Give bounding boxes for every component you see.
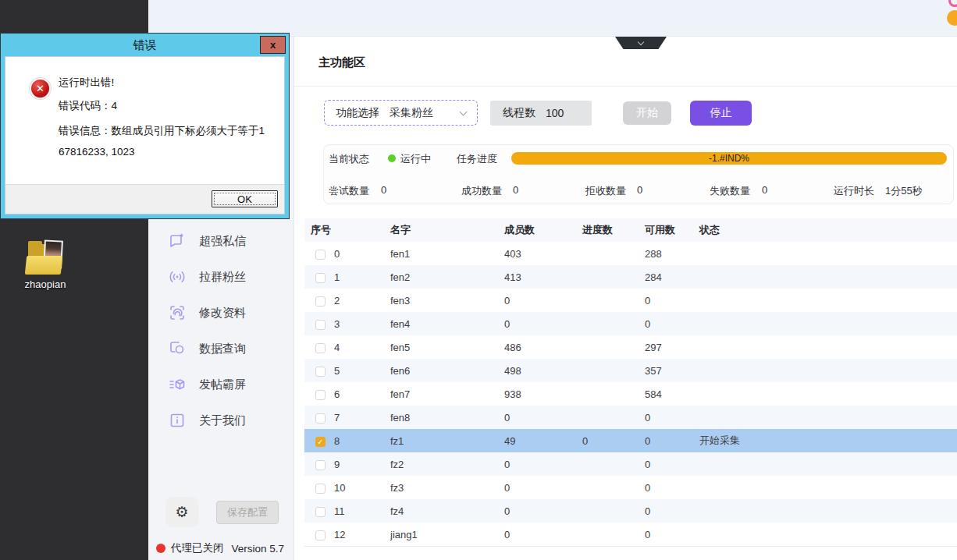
row-checkbox[interactable] [315,273,326,283]
counter-value: 1分55秒 [885,184,923,198]
row-checkbox[interactable]: ✓ [315,437,326,447]
main-panel: 主功能区 功能选择 采集粉丝 线程数 100 开始 停止 当前状态 运行中 任务… [294,37,957,560]
row-checkbox[interactable] [315,250,326,260]
row-checkbox[interactable] [315,484,326,494]
table-row[interactable]: 2 fen3 0 0 [304,289,957,312]
task-progress-bar: -1.#IND% [511,152,947,165]
error-message-line2: 错误代码：4 [59,99,117,113]
chevron-down-icon [638,38,644,44]
cell-available: 584 [645,388,699,400]
cell-available: 0 [645,505,699,517]
close-icon[interactable]: x [260,36,286,54]
thread-count-label: 线程数 [503,106,535,120]
col-header-progress: 进度数 [582,223,645,237]
cell-available: 0 [645,459,699,470]
error-message-line3: 错误信息：数组成员引用下标必须大于等于1 [59,124,265,138]
sidebar-item-label: 拉群粉丝 [199,270,246,285]
cell-members: 938 [504,388,582,400]
cell-name: fen6 [390,365,504,377]
counter-label: 运行时长 [834,184,874,198]
sidebar-item-about-us[interactable]: 关于我们 [148,409,294,432]
start-button[interactable]: 开始 [623,101,671,125]
version-text: Version 5.7 [232,543,285,555]
section-title: 主功能区 [318,55,365,70]
table-row[interactable]: 11 fz4 0 0 [304,499,957,523]
table-row[interactable]: 12 jiang1 0 0 [304,523,957,546]
save-config-button[interactable]: 保存配置 [216,501,279,524]
table-row[interactable]: 1 fen2 413 284 [304,265,957,289]
cell-name: fen4 [390,318,504,330]
desktop-folder-zhaopian[interactable]: zhaopian [20,240,70,290]
table-row[interactable]: 4 fen5 486 297 [304,335,957,359]
function-select-label: 功能选择 [336,106,379,120]
function-select-value: 采集粉丝 [390,106,433,120]
cell-members: 0 [504,318,582,330]
task-progress-label: 任务进度 [457,152,497,166]
stop-button[interactable]: 停止 [690,101,752,126]
sidebar-item-edit-profile[interactable]: 修改资料 [148,301,294,324]
cell-index: 11 [334,505,390,517]
fingerprint-icon [168,303,187,322]
table-row[interactable]: 5 fen6 498 357 [304,359,957,382]
ok-button[interactable]: OK [212,190,278,207]
dialog-titlebar[interactable]: 错误 x [1,34,289,56]
table-row[interactable]: 3 fen4 0 0 [304,312,957,335]
cell-name: fz2 [390,459,504,470]
row-checkbox[interactable] [315,343,326,353]
cell-members: 0 [504,412,582,424]
current-status-value: 运行中 [400,152,431,166]
cell-index: 5 [334,365,390,377]
collapse-tab[interactable] [615,37,667,49]
counter-label: 拒收数量 [585,184,626,198]
thread-count-value: 100 [546,107,564,119]
row-checkbox[interactable] [315,460,326,470]
function-select-dropdown[interactable]: 功能选择 采集粉丝 [324,100,478,126]
table-body: 0 fen1 403 288 1 fen2 413 284 2 fen3 0 0… [304,242,957,547]
cell-index: 10 [334,482,390,494]
table-row[interactable]: 6 fen7 938 584 [304,382,957,406]
dialog-footer: OK [5,184,284,214]
row-checkbox[interactable] [315,507,326,517]
divider [294,86,957,87]
cell-members: 498 [504,365,582,377]
proxy-status-text: 代理已关闭 [171,541,224,555]
folder-photo-icon [25,240,66,276]
thread-count-input[interactable]: 线程数 100 [490,101,592,126]
decor-ring-icon [948,0,957,7]
table-row[interactable]: 7 fen8 0 0 [304,406,957,429]
cell-name: fen2 [390,271,504,283]
row-checkbox[interactable] [315,530,326,541]
cell-available: 0 [645,295,699,307]
row-checkbox[interactable] [315,320,326,330]
cell-members: 0 [504,295,582,307]
cell-members: 49 [504,435,582,447]
table-row[interactable]: 10 fz3 0 0 [304,476,957,499]
error-message-line1: 运行时出错! [59,76,114,90]
table-row[interactable]: ✓ 8 fz1 49 0 0 开始采集 [304,429,957,452]
desktop-icon-label: zhaopian [20,278,70,290]
sidebar-item-group-fans[interactable]: 拉群粉丝 [148,265,294,289]
sidebar-item-data-query[interactable]: 数据查询 [148,337,294,360]
col-header-members: 成员数 [504,223,582,237]
cell-members: 0 [504,529,582,541]
cell-name: jiang1 [390,529,504,541]
row-checkbox[interactable] [315,390,326,400]
sidebar-item-private-message[interactable]: 超强私信 [148,229,294,253]
settings-button[interactable]: ⚙ [165,497,198,527]
cell-index: 2 [334,295,390,307]
cell-index: 7 [334,412,390,424]
cell-members: 486 [504,342,582,353]
cell-index: 6 [334,388,390,400]
cell-name: fz4 [390,505,504,517]
proxy-status-row: 代理已关闭 Version 5.7 [156,541,284,556]
row-checkbox[interactable] [315,296,326,307]
table-row[interactable]: 0 fen1 403 288 [304,242,957,265]
table-row[interactable]: 9 fz2 0 0 [304,452,957,476]
cell-index: 4 [334,342,390,353]
row-checkbox[interactable] [315,367,326,377]
cell-name: fz3 [390,482,504,494]
cell-members: 0 [504,505,582,517]
sidebar-item-post-screen[interactable]: 发帖霸屏 [148,373,294,396]
row-checkbox[interactable] [315,413,326,424]
broadcast-icon [168,268,187,286]
